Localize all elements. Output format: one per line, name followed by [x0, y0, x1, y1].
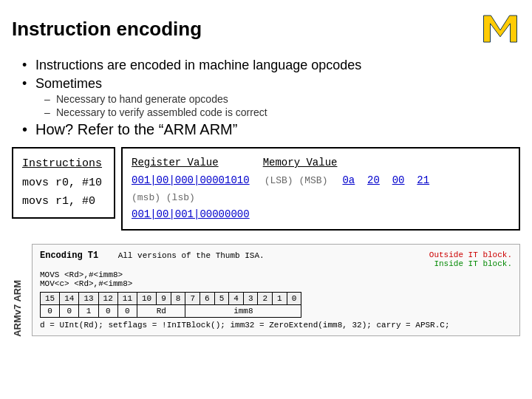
encoding-title: Encoding T1: [40, 250, 98, 261]
rm-headers: Register Value Memory Value: [132, 154, 510, 172]
enc-instructions: MOVS <Rd>,#<imm8> MOV<c> <Rd>,#<imm8>: [40, 270, 512, 288]
mem-val-21[interactable]: 21: [417, 174, 429, 186]
enc-left: Encoding T1 All versions of the Thumb IS…: [40, 250, 265, 261]
register-value-1: 001|00|000|00001010: [132, 172, 250, 190]
bit-13: 13: [79, 293, 98, 305]
bullet-item-3: How? Refer to the “ARM ARM”: [19, 121, 520, 138]
bit-12: 12: [98, 293, 117, 305]
bit-9: 9: [157, 293, 171, 305]
inside-it-label: Inside IT block.: [429, 259, 512, 268]
bv-rd: Rd: [137, 305, 185, 318]
sub-bullet-2: Necessary to verify assembled code is co…: [43, 106, 520, 118]
bv-12: 0: [98, 305, 117, 318]
bit-2: 2: [258, 293, 273, 305]
arm-version-label: ARMv7 ARM: [12, 277, 23, 337]
bit-5: 5: [214, 293, 229, 305]
bv-11: 0: [117, 305, 137, 318]
bit-7: 7: [185, 293, 200, 305]
bullet-item-2: Sometimes Necessary to hand generate opc…: [19, 76, 520, 118]
instructions-box: Instructions movs r0, #10 movs r1, #0: [12, 147, 115, 219]
outside-it-label: Outside IT block.: [429, 250, 512, 259]
enc-top-row: Encoding T1 All versions of the Thumb IS…: [40, 250, 512, 268]
register-value-header: Register Value: [132, 154, 219, 172]
bit-8: 8: [171, 293, 185, 305]
bv-imm8: imm8: [185, 305, 301, 318]
msb-lsb-label: (msb) (lsb): [132, 190, 195, 206]
bullet-item-1: Instructions are encoded in machine lang…: [19, 58, 520, 73]
bit-0: 0: [287, 293, 301, 305]
register-value-2: 001|00|001|00000000: [132, 208, 250, 220]
register-value-2-row: 001|00|001|00000000: [132, 206, 510, 224]
sub-bullet-list: Necessary to hand generate opcodes Neces…: [43, 93, 520, 118]
bit-11: 11: [117, 293, 137, 305]
encoding-section: Encoding T1 All versions of the Thumb IS…: [32, 244, 520, 336]
bit-4: 4: [229, 293, 244, 305]
instruction-line-3: movs r1, #0: [22, 192, 105, 211]
encoding-description: All versions of the Thumb ISA.: [118, 251, 265, 260]
first-row-values: 001|00|000|00001010 (LSB) (MSB) 0a 20 00…: [132, 172, 510, 190]
bit-3: 3: [243, 293, 258, 305]
bit-15: 15: [41, 293, 60, 305]
enc-right-labels: Outside IT block. Inside IT block.: [429, 250, 512, 268]
memory-value-header: Memory Value: [263, 154, 338, 172]
second-row-values: (msb) (lsb): [132, 190, 510, 206]
encoding-formula: d = UInt(Rd); setflags = !InITBlock(); i…: [40, 321, 512, 330]
bit-header-row: 15 14 13 12 11 10 9 8 7 6 5 4 3 2: [41, 293, 301, 305]
bit-14: 14: [60, 293, 79, 305]
page: Instruction encoding Instructions are en…: [0, 0, 532, 399]
bullet-list: Instructions are encoded in machine lang…: [19, 58, 520, 118]
bv-14: 0: [60, 305, 79, 318]
register-memory-box: Register Value Memory Value 001|00|000|0…: [121, 147, 520, 231]
mem-val-0a[interactable]: 0a: [342, 174, 355, 186]
sub-bullet-1: Necessary to hand generate opcodes: [43, 93, 520, 105]
encoding-area: ARMv7 ARM Encoding T1 All versions of th…: [12, 236, 520, 336]
instructions-header: Instructions: [22, 154, 105, 174]
enc-instr-1: MOVS <Rd>,#<imm8>: [40, 270, 512, 279]
instruction-line-1: movs r0, #10: [22, 174, 105, 193]
bit-10: 10: [137, 293, 157, 305]
bv-13: 1: [79, 305, 98, 318]
mem-val-00[interactable]: 00: [392, 174, 405, 186]
mem-val-20[interactable]: 20: [367, 174, 380, 186]
header: Instruction encoding: [12, 9, 520, 49]
lsb-msb-label: (LSB) (MSB): [265, 173, 328, 189]
bv-15: 0: [41, 305, 60, 318]
bit-1: 1: [273, 293, 287, 305]
bit-value-row: 0 0 1 0 0 Rd imm8: [41, 305, 301, 318]
page-title: Instruction encoding: [12, 18, 202, 41]
enc-instr-2: MOV<c> <Rd>,#<imm8>: [40, 279, 512, 288]
encoding-table: 15 14 13 12 11 10 9 8 7 6 5 4 3 2: [40, 292, 301, 318]
memory-values: 0a 20 00 21: [342, 172, 429, 190]
michigan-logo: [480, 9, 520, 49]
bit-6: 6: [200, 293, 215, 305]
